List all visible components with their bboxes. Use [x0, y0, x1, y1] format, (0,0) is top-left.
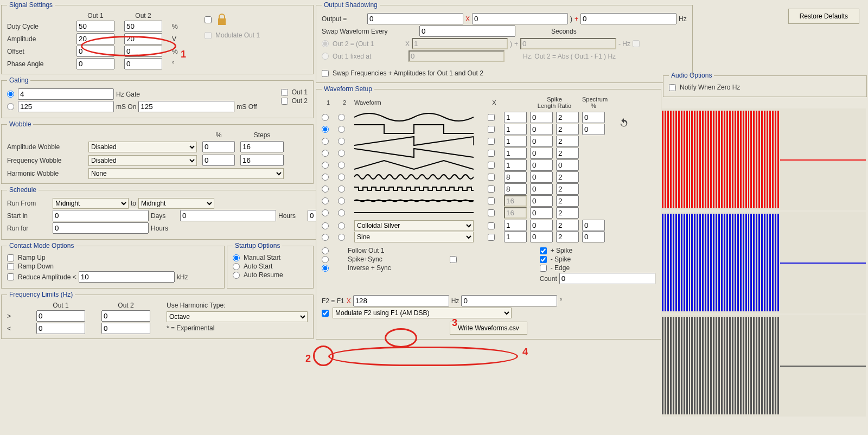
wf-row5-spike-input[interactable] [530, 171, 553, 183]
auto-start-radio[interactable] [233, 263, 240, 270]
gating-hz-radio[interactable] [7, 91, 14, 98]
phase-out2-input[interactable] [124, 58, 162, 69]
reduce-amp-checkbox[interactable] [7, 273, 14, 280]
inverse-sync-radio[interactable] [322, 265, 329, 272]
wf-row0-chk[interactable] [488, 114, 495, 121]
wf-row1-r2[interactable] [338, 126, 345, 133]
fl-gt-out1-input[interactable] [36, 310, 85, 322]
notify-checkbox[interactable] [669, 84, 676, 91]
wf-custom1-x[interactable] [504, 220, 527, 231]
wf-row0-spike-input[interactable] [530, 112, 553, 123]
reduce-amp-input[interactable] [79, 271, 175, 283]
gating-out2-checkbox[interactable] [281, 98, 288, 105]
amp-out2-input[interactable] [124, 33, 162, 44]
f2-hz-input[interactable] [353, 295, 449, 306]
gating-ms-radio[interactable] [7, 103, 14, 110]
spike-sync-radio[interactable] [322, 256, 329, 263]
f2-deg-input[interactable] [461, 295, 557, 306]
wf-row8-ratio-input[interactable] [556, 207, 579, 219]
wf-custom2-r1[interactable] [322, 234, 329, 241]
wf-row1-ratio-input[interactable] [556, 124, 579, 135]
wf-custom2-chk[interactable] [488, 234, 495, 241]
wf-row6-chk[interactable] [488, 185, 495, 193]
wf-row2-r1[interactable] [322, 138, 329, 145]
wf-row7-r2[interactable] [338, 197, 345, 204]
wf-custom2-s[interactable] [530, 231, 553, 242]
wf-row3-r1[interactable] [322, 150, 329, 157]
freq-wobble-select[interactable]: Disabled [88, 155, 197, 166]
offset-out1-input[interactable] [76, 46, 114, 57]
wf-row7-chk[interactable] [488, 197, 495, 204]
wf-custom1-select[interactable]: Colloidal Silver [354, 220, 474, 231]
phase-out1-input[interactable] [76, 58, 114, 69]
wf-row4-x-input[interactable] [504, 159, 527, 171]
wf-custom2-select[interactable]: Sine [354, 232, 474, 242]
harmonic-type-select[interactable]: Octave [167, 311, 308, 322]
duty-out1-input[interactable] [76, 21, 114, 32]
fl-gt-out2-input[interactable] [101, 310, 150, 322]
wf-row2-chk[interactable] [488, 138, 495, 145]
wf-custom1-s[interactable] [530, 220, 553, 231]
wf-row6-spike-input[interactable] [530, 183, 553, 195]
shadow-v1-input[interactable] [367, 13, 463, 24]
manual-start-radio[interactable] [233, 254, 240, 261]
plus-spike-chk[interactable] [540, 247, 547, 254]
wf-row0-ratio-input[interactable] [556, 112, 579, 123]
start-days-input[interactable] [53, 210, 149, 221]
wf-row1-spec-input[interactable] [582, 124, 605, 135]
start-hours-input[interactable] [180, 210, 276, 221]
follow-out1-radio[interactable] [322, 247, 329, 254]
wf-custom1-p[interactable] [582, 220, 605, 231]
amp-wobble-select[interactable]: Disabled [88, 142, 197, 152]
amp-wobble-pct-input[interactable] [202, 141, 235, 152]
wf-row3-spike-input[interactable] [530, 148, 553, 159]
wf-row8-r1[interactable] [322, 209, 329, 216]
wf-row5-chk[interactable] [488, 174, 495, 181]
wf-row7-ratio-input[interactable] [556, 195, 579, 207]
wf-row2-r2[interactable] [338, 138, 345, 145]
wf-custom2-x[interactable] [504, 231, 527, 242]
fl-lt-out2-input[interactable] [101, 323, 150, 334]
wf-row4-chk[interactable] [488, 162, 495, 169]
shadow-v2-input[interactable] [472, 13, 568, 24]
wf-row0-r1[interactable] [322, 114, 329, 121]
wf-row0-spec-input[interactable] [582, 112, 605, 123]
wf-row8-r2[interactable] [338, 209, 345, 216]
wf-custom1-r[interactable] [556, 220, 579, 231]
gating-mson-input[interactable] [18, 101, 114, 112]
count-input[interactable] [559, 273, 655, 284]
wf-row8-spike-input[interactable] [530, 207, 553, 219]
amp-wobble-steps-input[interactable] [240, 141, 284, 152]
wf-row0-x-input[interactable] [504, 112, 527, 123]
fl-lt-out1-input[interactable] [36, 323, 85, 334]
wf-row3-x-input[interactable] [504, 148, 527, 159]
harm-wobble-select[interactable]: None [88, 168, 284, 179]
wf-row8-chk[interactable] [488, 209, 495, 216]
shadow-v3-input[interactable] [580, 13, 676, 24]
duty-out2-input[interactable] [124, 21, 162, 32]
wf-row2-x-input[interactable] [504, 136, 527, 147]
run-to-select[interactable]: Midnight [138, 198, 214, 209]
gating-msoff-input[interactable] [138, 101, 234, 112]
modulate-top-checkbox[interactable] [205, 16, 212, 23]
wf-row1-chk[interactable] [488, 126, 495, 133]
swap-freq-checkbox[interactable] [322, 70, 329, 77]
wf-row4-spike-input[interactable] [530, 159, 553, 171]
wf-row4-r2[interactable] [338, 162, 345, 169]
minus-spike-chk[interactable] [540, 256, 547, 263]
wf-row6-r2[interactable] [338, 185, 345, 193]
gating-hz-input[interactable] [18, 88, 114, 100]
modulate-f2-select[interactable]: Modulate F2 using F1 (AM DSB) [333, 308, 512, 318]
wf-row2-spike-input[interactable] [530, 136, 553, 147]
wf-row1-spike-input[interactable] [530, 124, 553, 135]
freq-wobble-steps-input[interactable] [240, 155, 284, 166]
freq-wobble-pct-input[interactable] [202, 155, 235, 166]
offset-out2-input[interactable] [124, 46, 162, 57]
refresh-icon[interactable] [618, 118, 630, 131]
wf-row3-ratio-input[interactable] [556, 148, 579, 159]
amp-out1-input[interactable] [76, 33, 114, 44]
write-waveforms-button[interactable]: Write Waveforms.csv [450, 322, 527, 335]
spike-sync-chk[interactable] [450, 256, 457, 263]
restore-defaults-button[interactable]: Restore Defaults [788, 9, 859, 24]
wf-custom1-chk[interactable] [488, 222, 495, 229]
